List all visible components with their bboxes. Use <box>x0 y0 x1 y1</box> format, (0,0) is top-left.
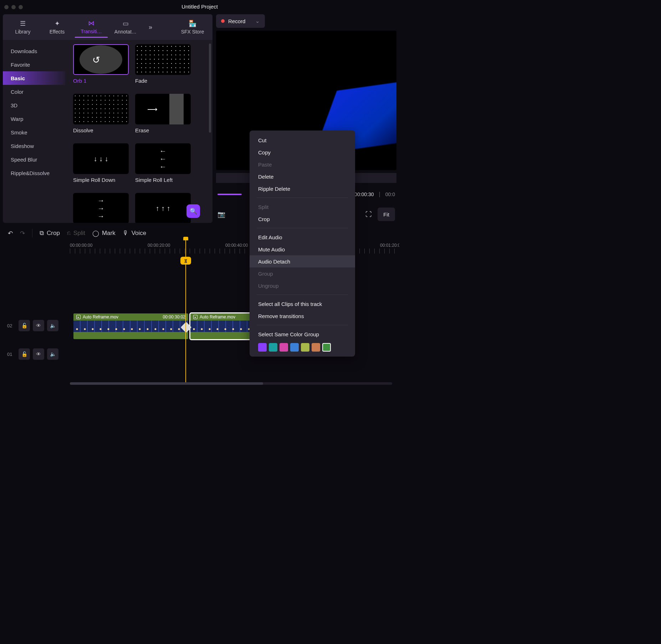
speaker-icon: 🔈 <box>50 323 56 328</box>
close-window-icon[interactable] <box>4 5 9 9</box>
progress-bar[interactable] <box>217 194 242 195</box>
track-mute-button[interactable]: 🔈 <box>47 348 58 360</box>
tab-more[interactable]: » <box>143 16 158 38</box>
tab-annotations[interactable]: ▭ Annotat… <box>109 16 142 38</box>
tab-transitions[interactable]: ⋈ Transiti… <box>75 16 108 38</box>
sidebar-item-speed-blur[interactable]: Speed Blur <box>3 153 65 166</box>
ctx-cut[interactable]: Cut <box>250 134 355 146</box>
transition-orb1[interactable]: Orb 1 <box>73 44 130 84</box>
ctx-ripple-delete[interactable]: Ripple Delete <box>250 183 355 195</box>
tab-library[interactable]: ☰ Library <box>6 16 39 38</box>
mark-button[interactable]: ◯Mark <box>92 230 116 237</box>
fullscreen-button[interactable]: ⛶ <box>365 211 372 218</box>
clip-waveform <box>73 332 188 339</box>
ctx-separator <box>257 295 348 295</box>
ctx-mute-audio[interactable]: Mute Audio <box>250 243 355 255</box>
bowtie-icon: ⋈ <box>88 19 94 27</box>
thumb-label: Orb 1 <box>73 78 130 84</box>
timeline-clip-a[interactable]: ▸ Auto Reframe.mov 00:00:30:02 <box>73 313 188 339</box>
thumb-label: Simple Roll Left <box>135 177 192 183</box>
tab-label: Annotat… <box>114 29 137 35</box>
sidebar-item-warp[interactable]: Warp <box>3 112 65 126</box>
sidebar-item-color[interactable]: Color <box>3 85 65 98</box>
context-menu: Cut Copy Paste Delete Ripple Delete Spli… <box>250 131 355 357</box>
playhead-handle-icon[interactable]: ][ <box>180 257 191 265</box>
transition-simple-roll-left[interactable]: ←←← Simple Roll Left <box>135 143 192 183</box>
dot-grid-icon <box>73 94 129 124</box>
thumb-preview <box>73 94 129 124</box>
sidebar-item-favorite[interactable]: Favorite <box>3 58 65 71</box>
chevron-down-icon: ⌄ <box>255 18 260 24</box>
ctx-copy[interactable]: Copy <box>250 146 355 158</box>
eye-icon: 👁 <box>36 323 41 328</box>
sidebar-item-ripple-dissolve[interactable]: Ripple&Dissolve <box>3 166 65 180</box>
track-head: 01 🔓 👁 🔈 <box>0 348 66 360</box>
sparkle-icon: ✦ <box>55 20 60 27</box>
color-swatch-orange[interactable] <box>312 343 320 352</box>
undo-button[interactable]: ↶ <box>8 230 13 237</box>
transition-simple-roll-down[interactable]: ↓ ↓ ↓ Simple Roll Down <box>73 143 130 183</box>
track-lock-button[interactable]: 🔓 <box>19 320 30 331</box>
chat-icon: ▭ <box>123 20 129 27</box>
track-visibility-button[interactable]: 👁 <box>33 320 44 331</box>
scrollbar-thumb[interactable] <box>70 382 263 385</box>
crop-button[interactable]: ⧉Crop <box>40 230 60 237</box>
sidebar-item-downloads[interactable]: Downloads <box>3 44 65 58</box>
left-panel: ☰ Library ✦ Effects ⋈ Transiti… ▭ Annota… <box>3 14 212 223</box>
ctx-delete[interactable]: Delete <box>250 170 355 183</box>
transition-grid-wrap: Orb 1 Fade Dissolve ⟶ <box>65 40 212 223</box>
ctx-select-all-track[interactable]: Select all Clips of this track <box>250 298 355 310</box>
thumb-preview: ↑ ↑ ↑ <box>135 193 191 223</box>
sidebar-item-sideshow[interactable]: Sideshow <box>3 139 65 153</box>
ruler-tick-label: 00:00:00:00 <box>70 243 92 248</box>
orb-icon <box>80 45 122 74</box>
transition-next-a[interactable]: →→→ <box>73 193 130 223</box>
tab-sfx-store[interactable]: 🏪 SFX Store <box>176 16 209 38</box>
microphone-icon: 🎙 <box>123 230 129 237</box>
color-swatch-magenta[interactable] <box>280 343 288 352</box>
grid-scrollbar[interactable] <box>209 44 211 133</box>
ctx-remove-transitions[interactable]: Remove transitions <box>250 310 355 322</box>
speaker-icon: 🔈 <box>50 351 56 357</box>
transition-fade[interactable]: Fade <box>135 44 192 84</box>
traffic-lights <box>4 5 23 9</box>
tabbar: ☰ Library ✦ Effects ⋈ Transiti… ▭ Annota… <box>3 14 212 40</box>
sidebar-item-3d[interactable]: 3D <box>3 98 65 112</box>
ctx-crop[interactable]: Crop <box>250 213 355 225</box>
maximize-window-icon[interactable] <box>19 5 23 9</box>
transition-next-b[interactable]: ↑ ↑ ↑ <box>135 193 192 223</box>
split-button[interactable]: ⎌Split <box>67 230 85 237</box>
tab-effects[interactable]: ✦ Effects <box>41 16 73 38</box>
minimize-window-icon[interactable] <box>11 5 16 9</box>
track-mute-button[interactable]: 🔈 <box>47 320 58 331</box>
transition-dissolve[interactable]: Dissolve <box>73 94 130 133</box>
toolbar-label: Voice <box>132 230 147 237</box>
voice-button[interactable]: 🎙Voice <box>123 230 147 237</box>
sidebar-item-basic[interactable]: Basic <box>3 71 65 85</box>
playhead[interactable]: ][ <box>185 240 186 382</box>
fit-button[interactable]: Fit <box>378 208 395 221</box>
search-button[interactable]: 🔍 <box>186 204 200 218</box>
store-icon: 🏪 <box>189 20 196 27</box>
record-button[interactable]: Record ⌄ <box>216 14 265 28</box>
transition-erase[interactable]: ⟶ Erase <box>135 94 192 133</box>
snapshot-button[interactable]: 📷 <box>217 210 225 218</box>
thumb-label: Erase <box>135 127 192 133</box>
track-lock-button[interactable]: 🔓 <box>19 348 30 360</box>
color-swatch-blue[interactable] <box>290 343 299 352</box>
redo-button[interactable]: ↷ <box>20 230 25 237</box>
ctx-select-same-color-label: Select Same Color Group <box>250 328 355 340</box>
color-swatch-green[interactable] <box>322 343 331 352</box>
color-swatch-purple[interactable] <box>258 343 267 352</box>
thumb-preview <box>73 44 129 75</box>
track-visibility-button[interactable]: 👁 <box>33 348 44 360</box>
color-swatch-teal[interactable] <box>269 343 277 352</box>
timeline-horizontal-scrollbar[interactable] <box>70 382 392 385</box>
crop-icon: ⧉ <box>40 230 44 237</box>
color-swatch-olive[interactable] <box>301 343 309 352</box>
ctx-edit-audio[interactable]: Edit Audio <box>250 231 355 243</box>
clip-media-icon: ▸ <box>193 315 198 319</box>
chevrons-right-icon: » <box>149 24 152 31</box>
sidebar-item-smoke[interactable]: Smoke <box>3 126 65 139</box>
ctx-audio-detach[interactable]: Audio Detach <box>250 255 355 267</box>
